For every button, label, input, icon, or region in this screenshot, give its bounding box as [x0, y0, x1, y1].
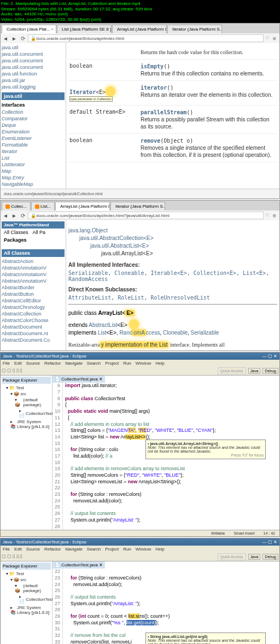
- iface-link[interactable]: Formattable: [2, 142, 65, 148]
- perspective-debug[interactable]: Debug: [262, 554, 278, 560]
- menu-help[interactable]: Help: [155, 547, 164, 552]
- iface-link[interactable]: Enumeration: [2, 128, 65, 135]
- menu-run[interactable]: Run: [123, 361, 131, 366]
- tree-javafile[interactable]: ▸ 📄 CollectionTest.java: [2, 594, 51, 605]
- tree-src[interactable]: ▾ 📦 src: [2, 577, 51, 583]
- class-link[interactable]: AbstractAction: [2, 258, 65, 265]
- pkg-link[interactable]: java.util.jar: [2, 77, 65, 84]
- bookmark-icon[interactable]: ☆: [265, 212, 270, 219]
- iface-link[interactable]: ListIterator: [2, 161, 65, 168]
- class-link[interactable]: AbstractBorder: [2, 284, 65, 291]
- iface-link[interactable]: Collection: [2, 109, 65, 115]
- menu-icon[interactable]: ≡: [271, 212, 278, 219]
- iface-link[interactable]: Map.Entry: [2, 174, 65, 181]
- tree-project[interactable]: ▾ 📁 Test: [2, 385, 51, 391]
- tab-list[interactable]: List (Java Platform SE 8 )×: [57, 25, 112, 33]
- class-link[interactable]: AbstractDocument.Co: [2, 337, 65, 343]
- method-link[interactable]: parallelStream: [141, 109, 186, 115]
- back-button[interactable]: ◄: [2, 34, 9, 42]
- pkg-link[interactable]: java.util.logging: [2, 84, 65, 90]
- method-link[interactable]: iterator: [141, 85, 167, 91]
- menu-search[interactable]: Search: [87, 361, 101, 366]
- iface-link[interactable]: Deque: [2, 122, 65, 128]
- tree-pkg[interactable]: ▾ 📦 (default package): [2, 397, 51, 408]
- forward-button[interactable]: ►: [10, 212, 18, 219]
- tree-src[interactable]: ▾ 📦 src: [2, 391, 51, 397]
- tree-jre[interactable]: ▸ 📚 JRE System Library [jdk1.8.0]: [2, 605, 51, 616]
- window-controls[interactable]: — ▢ ✕: [262, 540, 277, 545]
- iface-link[interactable]: NavigableMap: [2, 181, 65, 188]
- menu-file[interactable]: File: [3, 361, 10, 366]
- tree-project[interactable]: ▾ 📁 Test: [2, 571, 51, 577]
- quick-access-input[interactable]: Quick Access: [218, 367, 246, 374]
- class-link[interactable]: AbstractChronology: [2, 304, 65, 311]
- menu-search[interactable]: Search: [87, 547, 101, 552]
- class-link[interactable]: AbstractAnnotationV: [2, 265, 65, 271]
- tab[interactable]: Iterator (Java Platform S...: [110, 202, 165, 210]
- method-link[interactable]: remove: [141, 138, 160, 144]
- package-explorer[interactable]: Package Explorer ▾ 📁 Test ▾ 📦 src ▾ 📦 (d…: [1, 376, 52, 530]
- quick-access-input[interactable]: Quick Access: [218, 553, 246, 560]
- tree-javafile[interactable]: ▸ 📄 CollectionTest.java: [2, 408, 51, 419]
- tab-arraylist[interactable]: ArrayList (Java Platform S...×: [112, 25, 167, 33]
- window-controls[interactable]: — ▢ ✕: [262, 354, 277, 359]
- menu-project[interactable]: Project: [105, 361, 119, 366]
- iface-link[interactable]: Comparator: [2, 115, 65, 122]
- pkg-link[interactable]: java.util.function: [2, 71, 65, 77]
- url-input[interactable]: 🔒 docs.oracle.com/javase/8/docs/api/inde…: [28, 34, 264, 42]
- iterator-type-link[interactable]: Iterator: [69, 89, 96, 95]
- tab[interactable]: List...: [31, 202, 55, 210]
- perspective-debug[interactable]: Debug: [262, 368, 278, 374]
- packages-sidebar[interactable]: java.util java.util.concurrent java.util…: [1, 43, 66, 189]
- class-link[interactable]: AbstractDocument.At: [2, 330, 65, 337]
- menu-window[interactable]: Window: [136, 361, 151, 366]
- class-link[interactable]: AbstractCellEditor: [2, 297, 65, 304]
- method-link[interactable]: isEmpty: [141, 63, 164, 69]
- back-button[interactable]: ◄: [2, 212, 9, 219]
- menu-icon[interactable]: ≡: [271, 34, 278, 42]
- iface-link[interactable]: Map: [2, 168, 65, 174]
- menu-help[interactable]: Help: [155, 361, 164, 366]
- class-doc[interactable]: java.lang.Object java.util.AbstractColle…: [66, 220, 279, 350]
- iface-link[interactable]: List: [2, 155, 65, 161]
- menu-source[interactable]: Source: [26, 547, 40, 552]
- editor-tab[interactable]: 📄 CollectionTest.java ✕: [52, 376, 105, 383]
- tab-iterator[interactable]: Iterator (Java Platform S...×: [167, 25, 222, 33]
- reload-button[interactable]: ⟳: [19, 212, 27, 219]
- package-explorer[interactable]: Package Explorer ▾ 📁 Test ▾ 📦 src ▾ 📦 (d…: [1, 561, 52, 644]
- tab-arraylist[interactable]: ArrayList (Java Platform S...×: [55, 202, 110, 210]
- tab-collection[interactable]: Collection (Java Plat...×: [2, 25, 56, 33]
- method-summary[interactable]: Returns the hash code value for this col…: [66, 43, 279, 189]
- tab[interactable]: Collec...: [2, 202, 31, 210]
- menu-project[interactable]: Project: [105, 547, 119, 552]
- tree-pkg[interactable]: ▾ 📦 (default package): [2, 583, 51, 594]
- menu-navigate[interactable]: Navigate: [65, 361, 83, 366]
- menu-navigate[interactable]: Navigate: [65, 547, 83, 552]
- menu-refactor[interactable]: Refactor: [44, 547, 61, 552]
- close-icon[interactable]: ×: [51, 27, 54, 32]
- editor-tab[interactable]: 📄 CollectionTest.java ✕: [52, 561, 105, 569]
- bookmark-icon[interactable]: ☆: [265, 34, 270, 42]
- code-editor[interactable]: 6789101112131415161718192021222324252627…: [52, 383, 279, 530]
- classes-sidebar[interactable]: Java™ PlatformStand All ClassesAll Pa Pa…: [1, 220, 66, 350]
- menu-refactor[interactable]: Refactor: [44, 361, 61, 366]
- iface-link[interactable]: EventListener: [2, 135, 65, 142]
- menu-edit[interactable]: Edit: [14, 547, 22, 552]
- menu-source[interactable]: Source: [26, 361, 40, 366]
- forward-button[interactable]: ►: [10, 34, 18, 42]
- perspective-java[interactable]: Java: [248, 368, 261, 374]
- class-link[interactable]: AbstractButton: [2, 291, 65, 297]
- code-editor[interactable]: 2223242526272829303132333435363738394041…: [52, 569, 279, 644]
- menu-run[interactable]: Run: [123, 547, 131, 552]
- pkg-link[interactable]: java.util.concurrent: [2, 51, 65, 57]
- iface-link[interactable]: Iterator: [2, 148, 65, 155]
- url-input[interactable]: 🔒 docs.oracle.com/javase/8/docs/api/inde…: [28, 212, 264, 219]
- menu-edit[interactable]: Edit: [14, 361, 22, 366]
- class-link[interactable]: AbstractColorChoose: [2, 317, 65, 324]
- class-link[interactable]: AbstractAnnotationV: [2, 278, 65, 284]
- menu-file[interactable]: File: [3, 547, 10, 552]
- pkg-link[interactable]: java.util.concurrent: [2, 57, 65, 64]
- pkg-link[interactable]: java.util.concurrent: [2, 64, 65, 71]
- menu-window[interactable]: Window: [136, 547, 151, 552]
- allclasses-link[interactable]: All Classes: [4, 230, 28, 235]
